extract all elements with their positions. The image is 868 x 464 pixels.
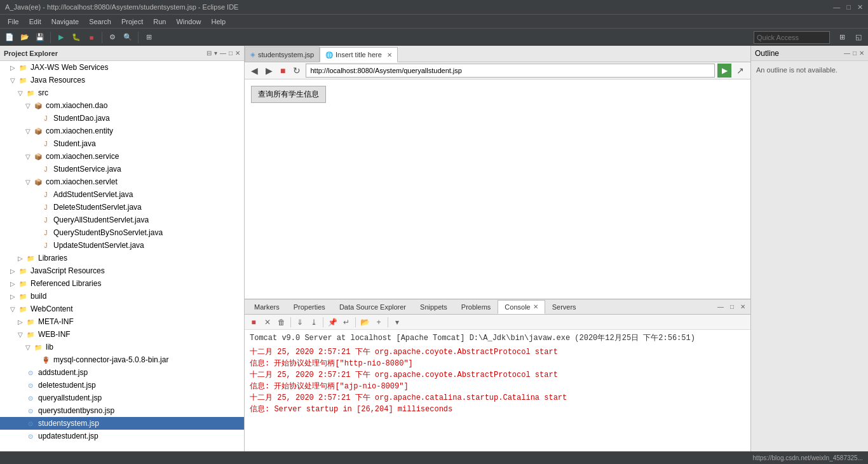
panel-close-btn[interactable]: ✕ [235,50,240,57]
tab-studentsystem[interactable]: ◈ studentsystem.jsp [245,46,320,62]
toolbar-perspective-btn[interactable]: ⊞ [142,31,156,44]
tab-browser[interactable]: 🌐 Insert title here ✕ [320,47,398,62]
toolbar-perspectives-btn[interactable]: ⊞ [835,31,849,44]
outline-close-btn[interactable]: ✕ [859,50,864,57]
toolbar-new-btn[interactable]: 📄 [3,31,17,44]
tree-item[interactable]: JUpdateStudentServlet.java [0,239,244,252]
browser-go-btn[interactable]: ▶ [717,64,731,78]
browser-forward-btn[interactable]: ▶ [263,64,275,77]
bottom-tab-markers[interactable]: Markers [247,300,287,314]
query-all-students-button[interactable]: 查询所有学生信息 [251,86,326,103]
console-scroll-lock-btn[interactable]: ⇓ [294,316,306,329]
quick-access-input[interactable] [754,31,830,44]
console-clear-btn[interactable]: 🗑 [275,316,288,329]
tree-item-label: deletestudent.jsp [38,381,96,390]
toolbar-save-btn[interactable]: 💾 [33,31,47,44]
tab-close-browser[interactable]: ✕ [387,51,392,58]
panel-collapse-btn[interactable]: ⊟ [207,50,212,57]
close-button[interactable]: ✕ [857,3,863,11]
console-scroll-end-btn[interactable]: ⤓ [308,316,320,329]
tree-item[interactable]: ⊙addstudent.jsp [0,366,244,379]
browser-url-input[interactable] [306,64,715,78]
browser-back-btn[interactable]: ◀ [248,64,261,77]
tree-file-icon: 📁 [25,88,36,98]
panel-maximize-btn[interactable]: □ [229,50,233,57]
bottom-tab-properties[interactable]: Properties [287,300,332,314]
browser-refresh-btn[interactable]: ↻ [290,64,303,77]
console-stop-btn[interactable]: ■ [247,316,260,329]
tree-item[interactable]: JStudentDao.java [0,112,244,125]
tree-item[interactable]: ▽📦com.xiaochen.entity [0,125,244,137]
tree-item[interactable]: ⊙queryallstudent.jsp [0,392,244,404]
tree-item[interactable]: ▽📦com.xiaochen.service [0,150,244,163]
menu-navigate[interactable]: Navigate [46,17,84,27]
outline-minimize-btn[interactable]: — [844,50,850,57]
toolbar-run-btn[interactable]: ▶ [54,31,68,44]
panel-menu-btn[interactable]: ▾ [214,50,217,57]
main-layout: Project Explorer ⊟ ▾ — □ ✕ ▷📁JAX-WS Web … [0,46,868,464]
outline-maximize-btn[interactable]: □ [853,50,857,57]
tree-item[interactable]: JQueryAllStudentServlet.java [0,214,244,226]
browser-stop-btn[interactable]: ■ [278,64,288,77]
tree-item[interactable]: ▽📁WebContent [0,303,244,315]
menu-help[interactable]: Help [207,17,231,27]
bottom-maximize-btn[interactable]: □ [728,302,736,311]
tree-item[interactable]: ▽📁WEB-INF [0,328,244,341]
menu-edit[interactable]: Edit [24,17,46,27]
menu-file[interactable]: File [3,17,24,27]
toolbar-stop-btn[interactable]: ■ [85,31,98,44]
tree-item[interactable]: ▽📁src [0,86,244,99]
browser-ext-btn[interactable]: ↗ [734,64,747,77]
tree-item-label: META-INF [38,317,74,326]
menu-project[interactable]: Project [116,17,148,27]
tree-item[interactable]: ⊙studentsystem.jsp [0,417,244,430]
bottom-tab-console[interactable]: Console ✕ [498,300,545,314]
tree-item[interactable]: ▽📦com.xiaochen.dao [0,99,244,112]
menu-window[interactable]: Window [171,17,206,27]
tree-item[interactable]: ▽📁lib [0,341,244,353]
status-link[interactable]: https://blog.csdn.net/weixIn_4587325... [753,454,863,461]
bottom-minimize-btn[interactable]: — [715,302,726,311]
bottom-tab-servers[interactable]: Servers [545,300,583,314]
bottom-tab-console-close[interactable]: ✕ [533,303,538,310]
tree-file-icon: J [41,202,51,212]
toolbar-open-btn[interactable]: 📂 [18,31,32,44]
tree-item[interactable]: JStudentService.java [0,163,244,175]
console-menu-btn[interactable]: ▾ [391,316,403,329]
panel-minimize-btn[interactable]: — [220,50,226,57]
toolbar-search-btn[interactable]: 🔍 [121,31,135,44]
console-new-console-btn[interactable]: + [372,316,385,329]
tree-item[interactable]: ▷📁Referenced Libraries [0,277,244,290]
tree-item[interactable]: ▷📁JavaScript Resources [0,264,244,277]
tree-item[interactable]: JAddStudentServlet.java [0,188,244,201]
toolbar-build-btn[interactable]: ⚙ [105,31,119,44]
maximize-button[interactable]: □ [846,3,851,11]
bottom-tab-snippets[interactable]: Snippets [413,300,454,314]
bottom-tab-problems[interactable]: Problems [454,300,498,314]
bottom-close-btn[interactable]: ✕ [738,302,748,311]
toolbar-debug-btn[interactable]: 🐛 [69,31,83,44]
tree-item[interactable]: ▷📁META-INF [0,315,244,328]
tree-item[interactable]: ▷📁JAX-WS Web Services [0,61,244,74]
tree-file-icon: J [41,164,51,174]
tree-item[interactable]: JStudent.java [0,137,244,150]
tree-item[interactable]: ⊙updatestudent.jsp [0,430,244,442]
tree-item[interactable]: JDeleteStudentServlet.java [0,201,244,214]
tree-item[interactable]: ▷📁Libraries [0,252,244,264]
tree-item[interactable]: 🏺mysql-connector-java-5.0.8-bin.jar [0,353,244,366]
tree-item[interactable]: JQueryStudentBySnoServlet.java [0,226,244,239]
tree-item[interactable]: ▽📁Java Resources [0,74,244,86]
tree-item[interactable]: ⊙deletestudent.jsp [0,379,244,392]
tree-item[interactable]: ▽📦com.xiaochen.servlet [0,175,244,188]
tree-item[interactable]: ▷📁build [0,290,244,303]
bottom-tab-datasource[interactable]: Data Source Explorer [332,300,413,314]
console-word-wrap-btn[interactable]: ↵ [340,316,353,329]
toolbar-views-btn[interactable]: ◱ [851,31,865,44]
tree-item[interactable]: ⊙querystudentbysno.jsp [0,404,244,417]
menu-search[interactable]: Search [84,17,116,27]
minimize-button[interactable]: — [833,3,840,11]
console-remove-btn[interactable]: ✕ [261,316,274,329]
console-pin-btn[interactable]: 📌 [326,316,339,329]
console-open-file-btn[interactable]: 📂 [358,316,371,329]
menu-run[interactable]: Run [148,17,171,27]
